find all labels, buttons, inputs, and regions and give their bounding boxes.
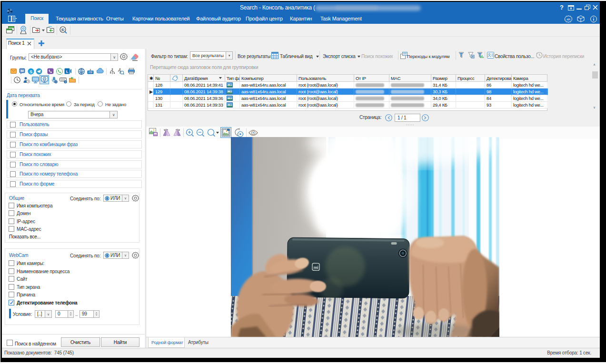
svg-text:S: S bbox=[30, 69, 32, 74]
svg-text:ID: ID bbox=[61, 28, 65, 31]
svg-text:L: L bbox=[66, 69, 69, 74]
svg-text:mi: mi bbox=[313, 265, 318, 270]
svg-text:HTTP: HTTP bbox=[79, 70, 84, 72]
svg-text:FTP: FTP bbox=[89, 71, 92, 74]
svg-text:i: i bbox=[56, 81, 56, 83]
svg-text:IM: IM bbox=[20, 69, 23, 72]
svg-text:i: i bbox=[65, 81, 66, 83]
svg-text:API: API bbox=[566, 18, 570, 21]
